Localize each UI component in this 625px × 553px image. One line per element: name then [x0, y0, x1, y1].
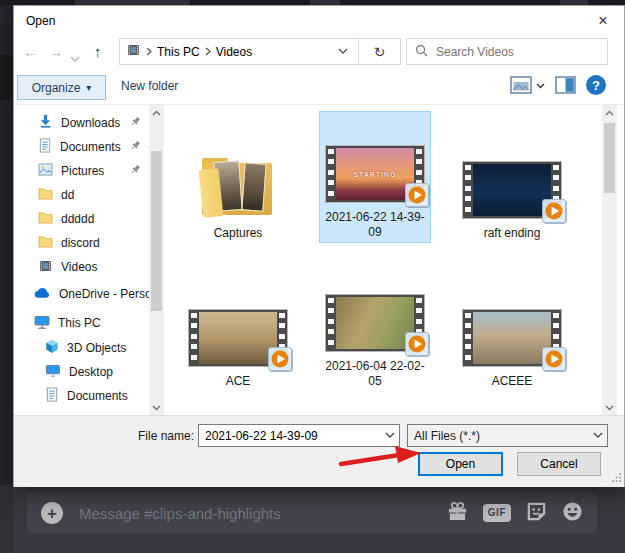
videos-location-icon [126, 43, 141, 60]
sidebar-item-label: dd [61, 188, 74, 202]
sidebar-item-documents-pc[interactable]: Documents [14, 384, 149, 408]
video-thumbnail [325, 294, 425, 352]
breadcrumb-this-pc[interactable]: This PC [157, 45, 200, 59]
search-icon [415, 44, 428, 60]
sidebar-item-label: Documents [67, 389, 128, 403]
video-thumbnail [462, 161, 562, 219]
refresh-button[interactable]: ↻ [359, 38, 401, 65]
dialog-footer: File name: All Files (*.*) Open Cancel [14, 415, 624, 487]
scroll-down-icon[interactable] [149, 400, 164, 415]
sidebar-item-dd[interactable]: dd [14, 183, 149, 207]
file-name-label: File name: [128, 429, 194, 443]
play-overlay-icon [542, 347, 566, 371]
video-thumbnail [462, 309, 562, 367]
back-icon[interactable]: ← [23, 42, 38, 62]
screen: + Message #clips-and-highlights GIF Open… [0, 0, 625, 553]
scroll-down-icon[interactable] [602, 400, 617, 415]
film-icon [38, 259, 53, 276]
file-name-input[interactable] [205, 429, 381, 443]
scroll-up-icon[interactable] [149, 105, 164, 120]
file-name: raft ending [484, 226, 541, 241]
forward-icon[interactable]: → [48, 42, 63, 62]
sidebar-item-pictures[interactable]: Pictures [14, 159, 149, 183]
dialog-title-bar: Open × [14, 6, 624, 36]
document-icon [38, 138, 52, 156]
onedrive-cloud-icon [34, 287, 51, 302]
sidebar-item-discord[interactable]: discord [14, 231, 149, 255]
file-name: Captures [214, 226, 263, 241]
pin-icon [130, 116, 141, 130]
cancel-button[interactable]: Cancel [517, 452, 601, 476]
new-folder-button[interactable]: New folder [121, 79, 178, 93]
close-icon[interactable]: × [590, 10, 616, 32]
gif-icon[interactable]: GIF [483, 504, 511, 522]
file-name: ACE [226, 374, 251, 389]
play-overlay-icon [268, 347, 292, 371]
pin-icon [130, 140, 141, 154]
search-box [406, 38, 608, 65]
file-list-scrollbar[interactable] [602, 105, 617, 415]
open-button[interactable]: Open [418, 452, 503, 476]
folder-icon [38, 187, 53, 203]
sidebar-item-label: Downloads [61, 116, 120, 130]
view-controls: ? [510, 75, 606, 95]
dialog-body: Downloads Documents Pictures dd [14, 105, 624, 415]
scrollbar-thumb[interactable] [151, 151, 162, 311]
file-name: ACEEE [492, 374, 533, 389]
sidebar-item-label: 3D Objects [67, 341, 126, 355]
recent-locations-chevron-icon[interactable] [70, 48, 80, 68]
change-view-button[interactable] [510, 76, 545, 94]
sidebar-item-downloads[interactable]: Downloads [14, 111, 149, 135]
file-item-captures[interactable]: Captures [182, 111, 294, 243]
breadcrumb-chevron-icon[interactable] [205, 47, 211, 56]
sidebar-item-documents[interactable]: Documents [14, 135, 149, 159]
video-thumbnail: STARTING [325, 145, 425, 203]
file-name: 2021-06-22 14-39-09 [323, 210, 427, 240]
search-input[interactable] [436, 45, 599, 59]
file-item-2021-06-22[interactable]: STARTING 2021-06-22 14-39-09 [319, 111, 431, 243]
play-overlay-icon [542, 199, 566, 223]
sidebar-item-ddddd[interactable]: ddddd [14, 207, 149, 231]
sticker-icon[interactable] [526, 501, 547, 526]
chevron-down-icon: ▾ [86, 82, 91, 93]
play-overlay-icon [405, 183, 429, 207]
address-dropdown-chevron-icon[interactable] [334, 48, 352, 55]
sidebar-item-desktop[interactable]: Desktop [14, 360, 149, 384]
help-icon[interactable]: ? [586, 75, 606, 95]
sidebar-item-label: Videos [61, 260, 97, 274]
left-strip-shade [0, 55, 13, 100]
document-icon [45, 387, 59, 405]
sidebar-item-label: Documents [60, 140, 121, 154]
chevron-down-icon[interactable] [381, 432, 399, 439]
scroll-up-icon[interactable] [602, 105, 617, 120]
attach-plus-icon[interactable]: + [41, 502, 63, 524]
sidebar-item-videos[interactable]: Videos [14, 255, 149, 279]
file-name-combobox [198, 424, 400, 447]
breadcrumb-videos[interactable]: Videos [216, 45, 252, 59]
sidebar-item-this-pc[interactable]: This PC [14, 311, 149, 335]
download-arrow-icon [38, 114, 53, 132]
file-item-ace[interactable]: ACE [182, 259, 294, 391]
organize-button[interactable]: Organize▾ [17, 75, 106, 100]
preview-pane-button[interactable] [555, 76, 576, 94]
emoji-icon[interactable] [562, 501, 583, 526]
chevron-down-icon [536, 78, 545, 92]
gift-icon[interactable] [447, 501, 468, 526]
sidebar-item-label: This PC [58, 316, 101, 330]
thumbnail-caption: STARTING [336, 171, 414, 178]
sidebar-scrollbar[interactable] [149, 105, 164, 415]
file-item-raft-ending[interactable]: raft ending [456, 111, 568, 243]
scrollbar-thumb[interactable] [604, 123, 615, 193]
file-item-2021-06-04[interactable]: 2021-06-04 22-02-05 [319, 259, 431, 391]
cube-icon [45, 339, 59, 357]
breadcrumb-chevron-icon[interactable] [146, 47, 152, 56]
file-item-aceee[interactable]: ACEEE [456, 259, 568, 391]
address-bar[interactable]: This PC Videos [119, 38, 359, 65]
folder-thumbnail [199, 155, 277, 219]
resize-grip[interactable] [612, 471, 622, 485]
sidebar-item-3d-objects[interactable]: 3D Objects [14, 336, 149, 360]
message-input[interactable]: Message #clips-and-highlights [79, 505, 447, 522]
file-type-select[interactable]: All Files (*.*) [407, 424, 608, 447]
up-icon[interactable]: ↑ [94, 42, 102, 62]
sidebar-item-onedrive[interactable]: OneDrive - Person [14, 282, 149, 306]
